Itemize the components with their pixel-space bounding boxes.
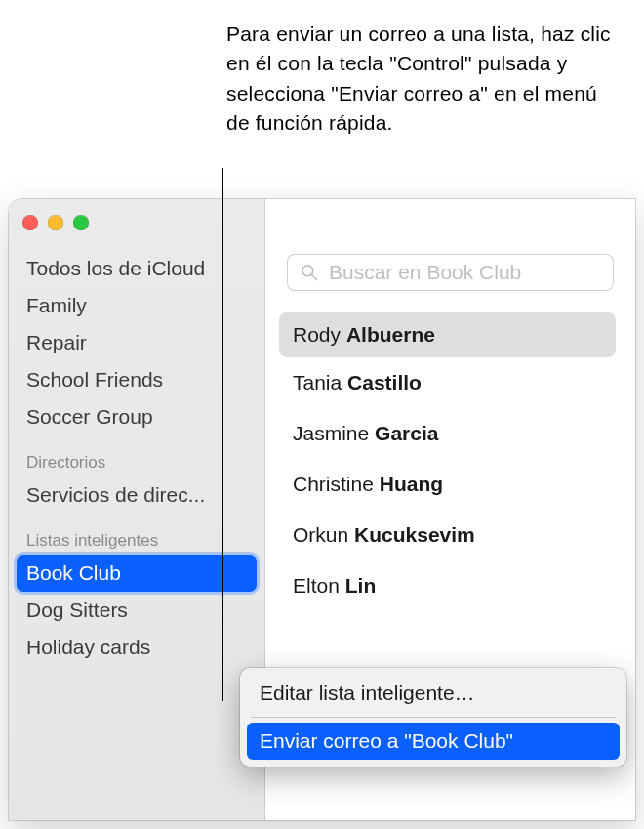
callout-help-text: Para enviar un correo a una lista, haz c… — [226, 20, 612, 139]
contact-last-name: Garcia — [375, 422, 438, 444]
context-menu: Editar lista inteligente… Enviar correo … — [240, 668, 626, 767]
sidebar: Todos los de iCloud Family Repair School… — [9, 199, 265, 820]
contact-row[interactable]: Jasmine Garcia — [265, 408, 635, 459]
menu-divider — [251, 717, 616, 718]
contact-first-name: Jasmine — [293, 422, 369, 444]
svg-line-1 — [312, 275, 317, 280]
contact-first-name: Orkun — [293, 523, 348, 546]
search-placeholder: Buscar en Book Club — [329, 261, 521, 284]
contact-last-name: Lin — [345, 574, 377, 597]
contact-row[interactable]: Christine Huang — [265, 459, 635, 510]
sidebar-item-all-icloud[interactable]: Todos los de iCloud — [9, 250, 264, 287]
contact-row[interactable]: Elton Lin — [265, 560, 635, 611]
contact-first-name: Christine — [293, 473, 374, 495]
sidebar-item-directory-services[interactable]: Servicios de direc... — [9, 477, 264, 514]
contact-row[interactable]: Rody Albuerne — [279, 312, 616, 357]
contact-row[interactable]: Orkun Kucuksevim — [265, 510, 635, 560]
menu-item-edit-smartlist[interactable]: Editar lista inteligente… — [247, 675, 620, 712]
contact-last-name: Huang — [380, 473, 443, 495]
sidebar-item-family[interactable]: Family — [9, 287, 264, 324]
close-button[interactable] — [22, 215, 38, 230]
sidebar-item-holiday-cards[interactable]: Holiday cards — [9, 629, 264, 666]
sidebar-item-dog-sitters[interactable]: Dog Sitters — [9, 592, 264, 629]
sidebar-item-book-club[interactable]: Book Club — [17, 555, 257, 592]
menu-item-send-mail[interactable]: Enviar correo a "Book Club" — [247, 723, 620, 760]
sidebar-item-repair[interactable]: Repair — [9, 324, 264, 361]
contact-last-name: Albuerne — [346, 323, 435, 346]
search-icon — [300, 263, 319, 282]
contact-last-name: Castillo — [347, 371, 422, 394]
contact-first-name: Tania — [293, 371, 342, 394]
contact-first-name: Elton — [293, 574, 340, 597]
callout-leader-line — [222, 168, 223, 701]
sidebar-header-smartlists: Listas inteligentes — [9, 514, 264, 555]
contact-first-name: Rody — [293, 323, 341, 346]
maximize-button[interactable] — [73, 215, 89, 230]
sidebar-header-directories: Directorios — [9, 435, 264, 477]
sidebar-item-soccer-group[interactable]: Soccer Group — [9, 398, 264, 435]
window-controls — [9, 209, 264, 250]
sidebar-item-school-friends[interactable]: School Friends — [9, 361, 264, 398]
search-input[interactable]: Buscar en Book Club — [287, 254, 614, 291]
minimize-button[interactable] — [48, 215, 63, 230]
contact-last-name: Kucuksevim — [354, 523, 475, 546]
contacts-window: Todos los de iCloud Family Repair School… — [9, 199, 635, 820]
contact-row[interactable]: Tania Castillo — [265, 357, 635, 408]
